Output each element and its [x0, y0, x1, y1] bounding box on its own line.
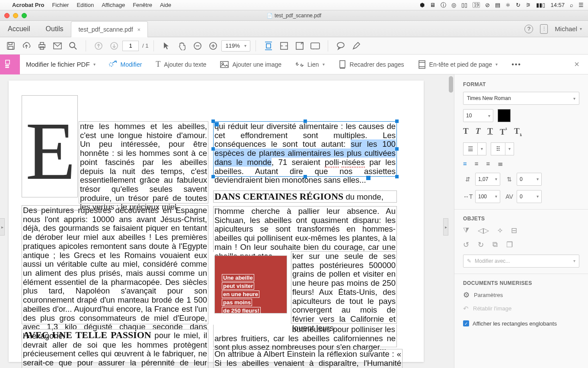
modify-button[interactable]: Modifier — [102, 60, 149, 69]
callout-box[interactable]: Une abeille peut visiter en une heure pa… — [214, 255, 287, 313]
align-justify-button[interactable]: ≣ — [498, 160, 503, 168]
text-block-p3[interactable]: AVEC UNE TELLE PASSION pour le miel, il … — [22, 329, 208, 368]
number-list-button[interactable]: ⠿▾ — [491, 142, 514, 155]
mail-icon[interactable] — [50, 39, 65, 53]
menu-aide[interactable]: Aide — [160, 2, 171, 8]
para-spacing-dropdown[interactable]: 0▾ — [517, 173, 542, 186]
more-button[interactable]: ••• — [505, 61, 528, 68]
flip-h-icon[interactable]: ◁▷ — [478, 226, 489, 235]
modify-with-dropdown[interactable]: ✎Modifier avec... ▾ — [463, 255, 579, 268]
tab-close-icon[interactable]: × — [137, 26, 141, 33]
font-color-swatch[interactable] — [498, 109, 511, 122]
underline-button[interactable]: T — [487, 126, 493, 137]
close-editbar-icon[interactable]: × — [566, 59, 588, 69]
menu-affichage[interactable]: Affichage — [102, 2, 125, 8]
restore-image-link[interactable]: ↶ Rétablir l'image — [463, 305, 579, 313]
add-text-button[interactable]: T Ajouter du texte — [149, 60, 213, 69]
italic-button[interactable]: T — [476, 126, 481, 137]
spotlight-icon[interactable]: ⌕ — [570, 2, 573, 8]
hand-icon[interactable] — [175, 39, 189, 53]
minimize-window-button[interactable] — [13, 13, 18, 18]
cloud-upload-icon[interactable] — [19, 39, 34, 53]
dropcap-box[interactable]: E — [22, 95, 78, 197]
link-button[interactable]: Lien ▾ — [288, 61, 331, 68]
user-menu[interactable]: Michael ▾ — [555, 25, 582, 32]
comment-icon[interactable] — [333, 39, 348, 53]
text-block-p7[interactable]: ker sur une seule de ses pattes postérie… — [291, 251, 397, 324]
text-block-p8[interactable]: butineuses pour polliniser les arbres fr… — [213, 325, 397, 347]
fit-width-icon[interactable] — [261, 39, 276, 53]
pointer-icon[interactable] — [159, 39, 174, 53]
text-block-p1[interactable]: ntre les hommes et les abeilles, c'est u… — [79, 121, 208, 203]
expand-left-handle[interactable]: ▸ — [0, 218, 5, 236]
kerning-dropdown[interactable]: 0▾ — [517, 190, 542, 203]
settings-link[interactable]: ⚙ Paramètres — [463, 291, 579, 300]
zoom-window-button[interactable] — [22, 13, 27, 18]
bluetooth-icon[interactable]: ⚛ — [505, 2, 511, 8]
circle-slash-icon[interactable]: ⊘ — [485, 2, 490, 8]
flip-v-icon[interactable]: ⧩ — [463, 226, 469, 235]
zoom-out-icon[interactable] — [190, 39, 205, 53]
document-canvas[interactable]: ▸ E ntre les hommes et les abeilles, c'e… — [0, 74, 454, 368]
dropbox-icon[interactable]: ⬢ — [420, 2, 425, 8]
search-icon[interactable] — [66, 39, 80, 53]
align-right-button[interactable]: ≡ — [486, 160, 490, 168]
highlight-pen-icon[interactable] — [349, 39, 364, 53]
page-view-icon[interactable] — [292, 39, 307, 53]
superscript-button[interactable]: T¹ — [500, 126, 507, 137]
align-left-button[interactable]: ≡ — [463, 160, 467, 168]
battery-icon[interactable]: ▮▮▯ — [536, 2, 545, 8]
show-boxes-checkbox[interactable]: ✓ Afficher les rectangles englobants — [463, 320, 579, 327]
add-image-button[interactable]: Ajouter une image — [213, 61, 288, 68]
crop-button[interactable]: Recadrer des pages — [332, 60, 411, 69]
vertical-scrollbar[interactable] — [448, 74, 454, 368]
fit-page-icon[interactable] — [277, 39, 291, 53]
tab-tools[interactable]: Outils — [38, 21, 71, 37]
line-spacing-dropdown[interactable]: 1,07▾ — [475, 173, 500, 186]
expand-right-handle[interactable]: ▸ — [443, 218, 448, 236]
timemachine-icon[interactable]: ↻ — [516, 2, 521, 8]
edit-mode-icon[interactable] — [0, 55, 20, 74]
text-block-p6[interactable]: l'homme cherche à pallier leur absence. … — [213, 206, 397, 252]
tab-home[interactable]: Accueil — [0, 21, 38, 37]
print-icon[interactable] — [35, 39, 49, 53]
menu-edition[interactable]: Edition — [77, 2, 94, 8]
page-input[interactable] — [122, 41, 139, 51]
info-icon[interactable]: ⓘ — [441, 1, 446, 9]
font-size-dropdown[interactable]: 10▾ — [463, 109, 493, 122]
save-icon[interactable] — [3, 39, 18, 53]
align-object-icon[interactable]: ⊟ — [511, 226, 517, 235]
menu-fenetre[interactable]: Fenêtre — [133, 2, 152, 8]
cc-icon[interactable]: ◎ — [451, 2, 456, 8]
display-icon[interactable]: 🖥 — [430, 2, 435, 8]
menu-icon[interactable]: ☰ — [578, 2, 584, 8]
hscale-dropdown[interactable]: 100▾ — [475, 190, 500, 203]
help-icon[interactable]: ? — [524, 25, 533, 33]
wifi-icon[interactable]: ⚞ — [526, 2, 531, 8]
app-name[interactable]: Acrobat Pro — [12, 2, 44, 8]
menu-fichier[interactable]: Fichier — [52, 2, 69, 8]
bold-button[interactable]: T — [463, 126, 469, 137]
zoom-in-icon[interactable] — [206, 39, 220, 53]
edit-pdf-dropdown[interactable]: Modifier le fichier PDF ▾ — [20, 61, 102, 68]
text-block-p5-title[interactable]: DANS CERTAINES RÉGIONS du monde, — [213, 190, 397, 203]
memory-icon[interactable]: ▤ — [495, 2, 500, 8]
zoom-dropdown[interactable]: 119% ▾ — [221, 40, 250, 52]
text-block-selected[interactable]: qui réduit leur diversité alimentaire : … — [213, 121, 397, 177]
clock[interactable]: 14:57 — [550, 2, 565, 8]
prev-page-icon[interactable] — [91, 39, 106, 53]
rotate-cw-icon[interactable]: ↻ — [478, 240, 484, 249]
replace-image-icon[interactable]: ⧉ — [492, 240, 498, 249]
reading-mode-icon[interactable] — [308, 39, 323, 53]
align-center-button[interactable]: ≡ — [475, 160, 479, 168]
font-family-dropdown[interactable]: Times New Roman▾ — [463, 92, 579, 105]
date-icon[interactable]: 19 — [473, 2, 480, 8]
rotate-ccw-icon[interactable]: ↺ — [463, 240, 469, 249]
next-page-icon[interactable] — [107, 39, 121, 53]
header-footer-button[interactable]: En-tête et pied de page ▾ — [411, 60, 505, 69]
bullet-list-button[interactable]: ☰▾ — [463, 142, 486, 155]
device-icon[interactable]: ⋮ — [540, 24, 548, 34]
crop-object-icon[interactable]: ⟡ — [498, 226, 502, 235]
close-window-button[interactable] — [4, 13, 10, 18]
text-block-p2[interactable]: Des peintures rupestres découvertes en E… — [22, 205, 208, 324]
